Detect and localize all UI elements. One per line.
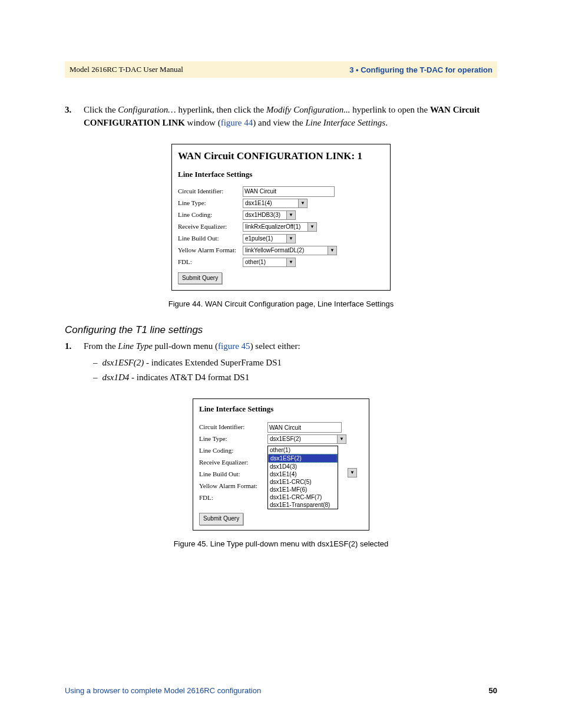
circuit-id-input[interactable]	[267, 422, 342, 433]
t1-section-heading: Configuring the T1 line settings	[65, 323, 497, 338]
text: pull-down menu (	[153, 341, 218, 351]
dropdown-option[interactable]: dsx1E1-Transparent(8)	[268, 501, 338, 509]
figure-44-ref[interactable]: figure 44	[221, 118, 253, 127]
receive-equalizer-label: Receive Equalizer:	[178, 222, 243, 232]
text: hyperlink, then click the	[176, 105, 266, 114]
line-type-dropdown-open[interactable]: other(1) dsx1ESF(2) dsx1D4(3) dsx1E1(4) …	[267, 446, 338, 509]
line-build-out-select[interactable]: e1pulse(1)▼	[243, 234, 296, 243]
select-value: dsx1ESF(2)	[268, 435, 303, 444]
line-type-label: Line Type:	[199, 434, 264, 444]
dropdown-option[interactable]: dsx1D4(3)	[268, 463, 338, 470]
chevron-down-icon: ▼	[328, 246, 336, 255]
fdl-select[interactable]: other(1)▼	[243, 258, 296, 267]
submit-query-button[interactable]: Submit Query	[199, 513, 243, 525]
text: Click the	[84, 105, 118, 114]
wan-circuit-config-box: WAN Circuit CONFIGURATION LINK: 1 Line I…	[171, 144, 391, 291]
text: hyperlink to open the	[350, 105, 429, 114]
step-number: 1.	[65, 340, 77, 353]
chevron-down-icon: ▼	[286, 211, 295, 219]
select-value: linkRxEqualizerOff(1)	[243, 223, 302, 232]
receive-equalizer-label: Receive Equalizer:	[199, 458, 264, 467]
circuit-id-label: Circuit Identifier:	[178, 187, 243, 196]
select-value: dsx1E1(4)	[243, 199, 274, 208]
line-coding-select[interactable]: dsx1HDB3(3)▼	[243, 210, 296, 220]
chevron-down-icon: ▼	[337, 435, 346, 443]
yellow-alarm-format-select[interactable]: linkYellowFormatDL(2)▼	[243, 246, 337, 255]
select-value: dsx1HDB3(3)	[243, 211, 282, 220]
option-desc: - indicates Extended SuperFrame DS1	[144, 358, 282, 367]
figure-45-caption: Figure 45. Line Type pull-down menu with…	[174, 539, 389, 550]
dash: –	[93, 371, 98, 384]
line-build-out-label: Line Build Out:	[199, 470, 264, 479]
submit-query-button[interactable]: Submit Query	[178, 272, 222, 285]
config-box-subtitle: Line Interface Settings	[199, 404, 364, 415]
dropdown-option[interactable]: dsx1E1(4)	[268, 470, 338, 478]
chevron-down-icon: ▼	[348, 468, 357, 477]
line-build-out-label: Line Build Out:	[178, 234, 243, 243]
option-term: dsx1D4	[103, 373, 130, 382]
t1-step-1-text: From the Line Type pull-down menu (figur…	[84, 340, 300, 353]
list-item: – dsx1ESF(2) - indicates Extended SuperF…	[93, 357, 497, 370]
figure-45-ref[interactable]: figure 45	[218, 341, 250, 351]
header-left: Model 2616RC T-DAC User Manual	[70, 65, 183, 74]
line-type-select[interactable]: dsx1ESF(2)▼	[267, 434, 346, 444]
t1-step-1: 1. From the Line Type pull-down menu (fi…	[65, 340, 497, 353]
circuit-id-label: Circuit Identifier:	[199, 423, 264, 432]
t1-options-list: – dsx1ESF(2) - indicates Extended SuperF…	[93, 357, 497, 385]
figure-44-caption: Figure 44. WAN Circuit Configuration pag…	[168, 299, 394, 310]
figure-45: Line Interface Settings Circuit Identifi…	[65, 398, 497, 549]
step-3-text: Click the Configuration… hyperlink, then…	[84, 104, 497, 130]
line-type-label: Line Type:	[178, 199, 243, 208]
yellow-alarm-format-label: Yellow Alarm Format:	[199, 482, 264, 491]
page-number: 50	[489, 686, 497, 695]
config-box-subtitle: Line Interface Settings	[178, 169, 384, 180]
section-name: Line Interface Settings	[305, 118, 385, 127]
chevron-down-icon: ▼	[298, 199, 307, 207]
select-value: linkYellowFormatDL(2)	[243, 246, 306, 255]
page-header: Model 2616RC T-DAC User Manual 3 • Confi…	[65, 61, 497, 78]
line-type-select[interactable]: dsx1E1(4)▼	[243, 199, 308, 208]
fdl-label: FDL:	[199, 493, 264, 503]
dropdown-option[interactable]: other(1)	[268, 446, 338, 454]
dropdown-option[interactable]: dsx1E1-MF(6)	[268, 486, 338, 493]
text: .	[385, 118, 388, 127]
step-3: 3. Click the Configuration… hyperlink, t…	[65, 104, 497, 130]
select-value: other(1)	[243, 258, 267, 267]
chevron-down-icon: ▼	[286, 258, 295, 266]
list-item: – dsx1D4 - indicates AT&T D4 format DS1	[93, 371, 497, 384]
dash: –	[93, 357, 98, 370]
chevron-down-icon: ▼	[308, 223, 316, 231]
fdl-label: FDL:	[178, 258, 243, 267]
chevron-down-icon: ▼	[286, 235, 295, 243]
dropdown-option[interactable]: dsx1E1-CRC(5)	[268, 478, 338, 486]
text: window (	[185, 118, 221, 127]
text: ) and view the	[253, 118, 305, 127]
text: ) select either:	[250, 341, 300, 351]
dropdown-option-selected[interactable]: dsx1ESF(2)	[268, 454, 338, 463]
config-hyperlink-name: Configuration…	[118, 105, 176, 114]
option-term: dsx1ESF(2)	[103, 358, 144, 367]
page-footer: Using a browser to complete Model 2616RC…	[65, 686, 497, 695]
line-interface-settings-box: Line Interface Settings Circuit Identifi…	[193, 398, 369, 530]
step-number: 3.	[65, 104, 77, 130]
modify-config-hyperlink-name: Modify Configuration...	[266, 105, 351, 114]
receive-equalizer-select[interactable]: linkRxEqualizerOff(1)▼	[243, 222, 317, 232]
footer-left: Using a browser to complete Model 2616RC…	[65, 686, 261, 695]
yellow-alarm-format-label: Yellow Alarm Format:	[178, 246, 243, 255]
config-box-title: WAN Circuit CONFIGURATION LINK: 1	[178, 149, 384, 164]
circuit-id-input[interactable]	[243, 186, 335, 197]
figure-44: WAN Circuit CONFIGURATION LINK: 1 Line I…	[65, 144, 497, 311]
dropdown-option[interactable]: dsx1E1-CRC-MF(7)	[268, 493, 338, 501]
select-value: e1pulse(1)	[243, 235, 275, 243]
line-coding-label: Line Coding:	[199, 446, 264, 456]
text: From the	[84, 341, 118, 351]
line-type-term: Line Type	[118, 341, 152, 351]
option-desc: - indicates AT&T D4 format DS1	[129, 373, 249, 382]
header-right: 3 • Configuring the T-DAC for operation	[349, 65, 492, 74]
line-coding-label: Line Coding:	[178, 210, 243, 220]
